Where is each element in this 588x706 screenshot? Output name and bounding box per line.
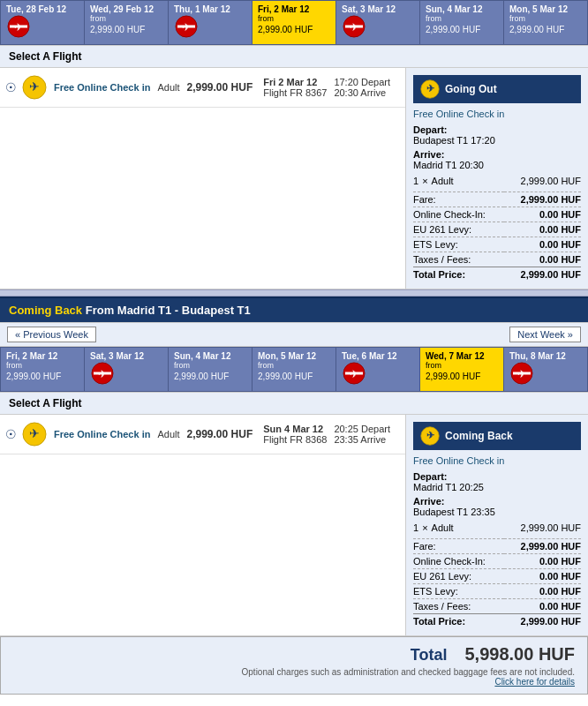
svg-text:✈: ✈ bbox=[182, 21, 191, 34]
coming-back-detail-body: Free Online Check in Depart: Madrid T1 2… bbox=[413, 455, 581, 628]
coming-back-suffix: From Madrid T1 - Budapest T1 bbox=[82, 304, 251, 317]
date-cell-wed29feb[interactable]: Wed, 29 Feb 12from2,999.00 HUF bbox=[85, 1, 169, 44]
going-out-flight-row[interactable]: ☉ ✈ Free Online Check in Adult 2,999.00 … bbox=[0, 68, 405, 108]
date-cell-mon5mar[interactable]: Mon, 5 Mar 12from2,999.00 HUF bbox=[504, 1, 587, 44]
going-out-date-nav: Tue, 28 Feb 12 ✈ Wed, 29 Feb 12from2,999… bbox=[0, 0, 588, 45]
going-out-flight-list: ☉ ✈ Free Online Check in Adult 2,999.00 … bbox=[0, 68, 406, 289]
total-label: Total bbox=[411, 646, 448, 665]
svg-text:✈: ✈ bbox=[426, 430, 435, 440]
going-out-times: 17:20 Depart 20:30 Arrive bbox=[334, 77, 390, 98]
coming-back-price: 2,999.00 HUF bbox=[187, 428, 253, 440]
date-cell-sun4mar[interactable]: Sun, 4 Mar 12from2,999.00 HUF bbox=[420, 1, 504, 44]
going-out-flight-section: ☉ ✈ Free Online Check in Adult 2,999.00 … bbox=[0, 68, 588, 289]
coming-back-date-nav: Fri, 2 Mar 12from2,999.00 HUFSat, 3 Mar … bbox=[0, 347, 588, 392]
coming-back-prefix: Coming Back bbox=[9, 304, 82, 317]
coming-back-detail-label: Coming Back bbox=[445, 430, 513, 442]
svg-text:✈: ✈ bbox=[98, 368, 107, 380]
coming-back-header: Coming Back From Madrid T1 - Budapest T1 bbox=[0, 297, 588, 322]
total-link[interactable]: Click here for details bbox=[494, 677, 575, 687]
svg-text:✈: ✈ bbox=[350, 368, 358, 380]
total-row-main: Total 5,998.00 HUF bbox=[13, 644, 575, 665]
prev-week-button[interactable]: « Previous Week bbox=[7, 327, 96, 342]
section-divider bbox=[0, 289, 588, 297]
coming-back-fare-type: Free Online Check in bbox=[54, 429, 150, 439]
coming-back-price-table: Fare:2,999.00 HUF Online Check-In:0.00 H… bbox=[413, 538, 581, 628]
coming-back-detail-plane-icon: ✈ bbox=[420, 426, 440, 446]
total-amount: 5,998.00 HUF bbox=[464, 644, 575, 665]
going-out-detail-body: Free Online Check in Depart: Budapest T1… bbox=[413, 109, 581, 282]
going-out-pax-line: 1 × Adult 2,999.00 HUF bbox=[413, 176, 581, 186]
going-out-plane-icon: ✈ bbox=[22, 75, 47, 100]
date-cell-wed7mar[interactable]: Wed, 7 Mar 12from2,999.00 HUF bbox=[420, 348, 504, 391]
coming-back-pax-line: 1 × Adult 2,999.00 HUF bbox=[413, 522, 581, 533]
date-cell-sat3mar[interactable]: Sat, 3 Mar 12 ✈ bbox=[336, 1, 420, 44]
going-out-detail-plane-icon: ✈ bbox=[420, 79, 440, 99]
date-cell-thu1mar[interactable]: Thu, 1 Mar 12 ✈ bbox=[169, 1, 253, 44]
coming-back-detail: ✈ Coming Back Free Online Check in Depar… bbox=[406, 415, 588, 635]
no-fly-icon: ✈ bbox=[6, 14, 31, 41]
svg-text:✈: ✈ bbox=[426, 83, 435, 94]
coming-back-flight-row[interactable]: ☉ ✈ Free Online Check in Adult 2,999.00 … bbox=[0, 415, 405, 454]
no-fly-icon: ✈ bbox=[90, 361, 115, 387]
date-cell-fri2mar[interactable]: Fri, 2 Mar 12from2,999.00 HUF bbox=[1, 348, 85, 391]
coming-back-radio[interactable]: ☉ bbox=[5, 427, 17, 441]
going-out-price: 2,999.00 HUF bbox=[187, 81, 253, 94]
going-out-fare-type: Free Online Check in bbox=[54, 82, 150, 93]
svg-text:✈: ✈ bbox=[350, 21, 358, 34]
date-cell-sun4mar[interactable]: Sun, 4 Mar 12from2,999.00 HUF bbox=[169, 348, 253, 391]
coming-back-times: 20:25 Depart 23:35 Arrive bbox=[334, 424, 390, 445]
date-cell-fri2mar[interactable]: Fri, 2 Mar 12from2,999.00 HUF bbox=[253, 1, 336, 44]
date-cell-tue28feb[interactable]: Tue, 28 Feb 12 ✈ bbox=[1, 1, 85, 44]
no-fly-icon: ✈ bbox=[342, 14, 366, 41]
coming-back-date-info: Sun 4 Mar 12 Flight FR 8368 bbox=[263, 424, 327, 445]
coming-back-detail-title: ✈ Coming Back bbox=[413, 422, 581, 450]
date-cell-mon5mar[interactable]: Mon, 5 Mar 12from2,999.00 HUF bbox=[253, 348, 336, 391]
svg-text:✈: ✈ bbox=[29, 426, 40, 440]
week-nav: « Previous Week Next Week » bbox=[0, 322, 588, 347]
date-cell-sat3mar[interactable]: Sat, 3 Mar 12 ✈ bbox=[85, 348, 169, 391]
going-out-date-info: Fri 2 Mar 12 Flight FR 8367 bbox=[263, 77, 327, 98]
next-week-button[interactable]: Next Week » bbox=[509, 327, 581, 342]
going-out-detail-label: Going Out bbox=[445, 83, 497, 95]
going-out-detail: ✈ Going Out Free Online Check in Depart:… bbox=[406, 68, 588, 289]
coming-back-select-header: Select A Flight bbox=[0, 392, 588, 415]
going-out-radio[interactable]: ☉ bbox=[5, 80, 17, 94]
total-bar: Total 5,998.00 HUF Optional charges such… bbox=[0, 636, 588, 695]
svg-text:✈: ✈ bbox=[517, 368, 526, 380]
going-out-select-header: Select A Flight bbox=[0, 45, 588, 68]
date-cell-tue6mar[interactable]: Tue, 6 Mar 12 ✈ bbox=[336, 348, 420, 391]
going-out-price-table: Fare:2,999.00 HUF Online Check-In:0.00 H… bbox=[413, 192, 581, 282]
no-fly-icon: ✈ bbox=[509, 361, 534, 387]
no-fly-icon: ✈ bbox=[342, 361, 366, 387]
going-out-detail-title: ✈ Going Out bbox=[413, 75, 581, 103]
date-cell-thu8mar[interactable]: Thu, 8 Mar 12 ✈ bbox=[504, 348, 587, 391]
going-out-section: Tue, 28 Feb 12 ✈ Wed, 29 Feb 12from2,999… bbox=[0, 0, 588, 289]
coming-back-section: Coming Back From Madrid T1 - Budapest T1… bbox=[0, 297, 588, 636]
no-fly-icon: ✈ bbox=[174, 14, 199, 41]
svg-text:✈: ✈ bbox=[14, 21, 23, 34]
svg-text:✈: ✈ bbox=[29, 79, 40, 94]
coming-back-flight-section: ☉ ✈ Free Online Check in Adult 2,999.00 … bbox=[0, 415, 588, 636]
coming-back-plane-icon: ✈ bbox=[22, 422, 47, 447]
total-note: Optional charges such as administration … bbox=[242, 667, 575, 677]
coming-back-pax-type: Adult bbox=[157, 429, 179, 439]
coming-back-flight-list: ☉ ✈ Free Online Check in Adult 2,999.00 … bbox=[0, 415, 406, 635]
going-out-pax-type: Adult bbox=[157, 82, 179, 93]
